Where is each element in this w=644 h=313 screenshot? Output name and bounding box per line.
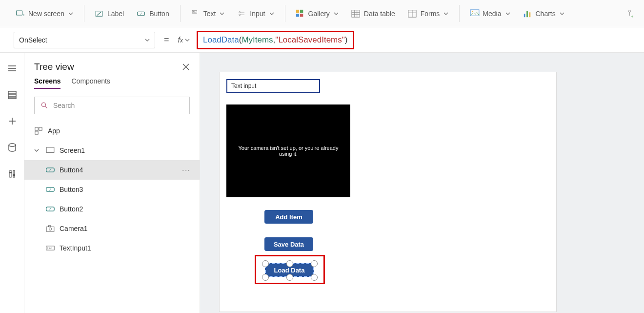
resize-handle[interactable] bbox=[286, 274, 293, 281]
canvas-save-data-button[interactable]: Save Data bbox=[264, 237, 313, 251]
tree-node-app[interactable]: App bbox=[24, 121, 200, 141]
svg-rect-12 bbox=[296, 14, 299, 17]
insert-gallery-dropdown[interactable]: Gallery bbox=[292, 6, 342, 21]
svg-rect-40 bbox=[13, 170, 15, 177]
chevron-down-icon bbox=[443, 11, 448, 16]
insert-forms-dropdown[interactable]: Forms bbox=[404, 6, 453, 21]
formula-token-ident: MyItems bbox=[242, 35, 273, 45]
svg-rect-48 bbox=[39, 127, 42, 130]
resize-handle[interactable] bbox=[262, 274, 269, 281]
chevron-down-icon bbox=[220, 11, 224, 16]
camera-icon bbox=[46, 224, 55, 233]
button-label: Add Item bbox=[275, 213, 302, 221]
tree-node-screen1[interactable]: Screen1 bbox=[24, 141, 200, 160]
chevron-down-icon bbox=[560, 11, 564, 16]
search-icon bbox=[40, 102, 48, 109]
svg-text:+: + bbox=[631, 14, 634, 19]
insert-charts-dropdown[interactable]: Charts bbox=[519, 6, 568, 21]
svg-text:+: + bbox=[22, 13, 24, 18]
chevron-down-icon bbox=[269, 11, 274, 16]
input-icon bbox=[237, 9, 246, 18]
overflow-icon[interactable]: + bbox=[627, 9, 636, 18]
property-selector-value: OnSelect bbox=[19, 36, 47, 44]
canvas-textinput[interactable]: Text input bbox=[226, 79, 320, 93]
rail-hamburger[interactable] bbox=[6, 63, 18, 74]
tree-node-button4[interactable]: Button4 ··· bbox=[24, 160, 200, 180]
svg-rect-14 bbox=[352, 10, 360, 17]
svg-point-38 bbox=[9, 144, 16, 146]
svg-rect-10 bbox=[296, 9, 299, 12]
tab-components[interactable]: Components bbox=[71, 77, 110, 89]
tree-node-camera1[interactable]: Camera1 bbox=[24, 219, 200, 238]
tab-screens[interactable]: Screens bbox=[34, 77, 60, 89]
insert-input-dropdown[interactable]: Input bbox=[233, 6, 278, 21]
tree-node-label: App bbox=[48, 127, 60, 135]
rail-insert[interactable] bbox=[6, 115, 18, 127]
tree-view-title: Tree view bbox=[34, 62, 74, 72]
resize-handle[interactable] bbox=[311, 274, 318, 281]
canvas-textinput-placeholder: Text input bbox=[231, 83, 256, 89]
svg-point-45 bbox=[41, 103, 45, 106]
tree-node-button3[interactable]: Button3 bbox=[24, 180, 200, 199]
camera-message: Your camera isn't set up, or you're alre… bbox=[232, 145, 344, 157]
tree-search-input[interactable]: Search bbox=[34, 97, 190, 114]
selection-highlight: Load Data bbox=[255, 255, 325, 284]
canvas-area[interactable]: Text input Your camera isn't set up, or … bbox=[200, 53, 644, 313]
svg-rect-42 bbox=[13, 174, 15, 176]
rail-tools[interactable] bbox=[6, 168, 18, 180]
chevron-down-icon bbox=[145, 38, 150, 42]
insert-text-label: Text bbox=[203, 10, 216, 18]
text-icon: Abc bbox=[191, 9, 200, 18]
resize-handle[interactable] bbox=[286, 260, 293, 267]
button-label: Load Data bbox=[274, 267, 305, 274]
svg-rect-25 bbox=[526, 11, 528, 17]
insert-media-dropdown[interactable]: Media bbox=[466, 6, 514, 21]
formula-token-func: LoadData bbox=[203, 35, 239, 45]
formula-bar: OnSelect = fx LoadData( MyItems, "LocalS… bbox=[0, 27, 644, 53]
media-icon bbox=[470, 9, 479, 18]
svg-rect-49 bbox=[35, 131, 38, 134]
tree-node-label: Camera1 bbox=[60, 225, 88, 232]
resize-handle[interactable] bbox=[311, 260, 318, 267]
more-icon[interactable]: ··· bbox=[182, 166, 191, 174]
left-rail bbox=[0, 53, 24, 313]
rail-data[interactable] bbox=[6, 142, 18, 153]
resize-handle[interactable] bbox=[262, 260, 269, 267]
design-canvas[interactable]: Text input Your camera isn't set up, or … bbox=[220, 72, 556, 312]
screen-plus-icon: + bbox=[16, 9, 24, 18]
insert-button-text: Button bbox=[149, 10, 169, 18]
insert-input-label: Input bbox=[250, 10, 265, 18]
svg-point-23 bbox=[472, 11, 474, 12]
tree-node-textinput1[interactable]: ab TextInput1 bbox=[24, 238, 200, 258]
chevron-down-icon bbox=[68, 11, 73, 16]
insert-datatable-button[interactable]: Data table bbox=[347, 6, 399, 21]
svg-line-46 bbox=[45, 106, 47, 108]
svg-rect-39 bbox=[10, 170, 11, 177]
insert-button-button[interactable]: Button bbox=[133, 6, 173, 21]
formula-token-string: "LocalSavedItems" bbox=[275, 35, 344, 45]
tree-search-placeholder: Search bbox=[53, 102, 75, 109]
caret-down-icon[interactable] bbox=[34, 148, 41, 153]
new-screen-button[interactable]: + New screen bbox=[12, 6, 77, 21]
insert-text-dropdown[interactable]: Abc Text bbox=[187, 6, 229, 21]
svg-rect-56 bbox=[49, 226, 51, 227]
tree-node-button2[interactable]: Button2 bbox=[24, 199, 200, 219]
button-icon bbox=[46, 205, 55, 213]
formula-token-close: ) bbox=[345, 35, 348, 45]
gallery-icon bbox=[296, 9, 304, 18]
rail-tree-view[interactable] bbox=[6, 89, 18, 101]
datatable-icon bbox=[351, 9, 360, 18]
svg-rect-34 bbox=[8, 94, 16, 97]
close-icon[interactable] bbox=[182, 63, 190, 71]
insert-label-button[interactable]: Label bbox=[91, 6, 128, 21]
fx-button[interactable]: fx bbox=[178, 36, 190, 44]
tree-node-label: TextInput1 bbox=[60, 244, 91, 252]
formula-input[interactable]: LoadData( MyItems, "LocalSavedItems" ) bbox=[197, 31, 354, 49]
property-selector[interactable]: OnSelect bbox=[14, 32, 155, 48]
button-icon bbox=[46, 166, 55, 174]
svg-rect-11 bbox=[300, 9, 303, 12]
svg-point-6 bbox=[239, 11, 241, 13]
button-icon bbox=[137, 9, 145, 18]
canvas-add-item-button[interactable]: Add Item bbox=[264, 210, 313, 224]
canvas-camera[interactable]: Your camera isn't set up, or you're alre… bbox=[226, 104, 350, 197]
